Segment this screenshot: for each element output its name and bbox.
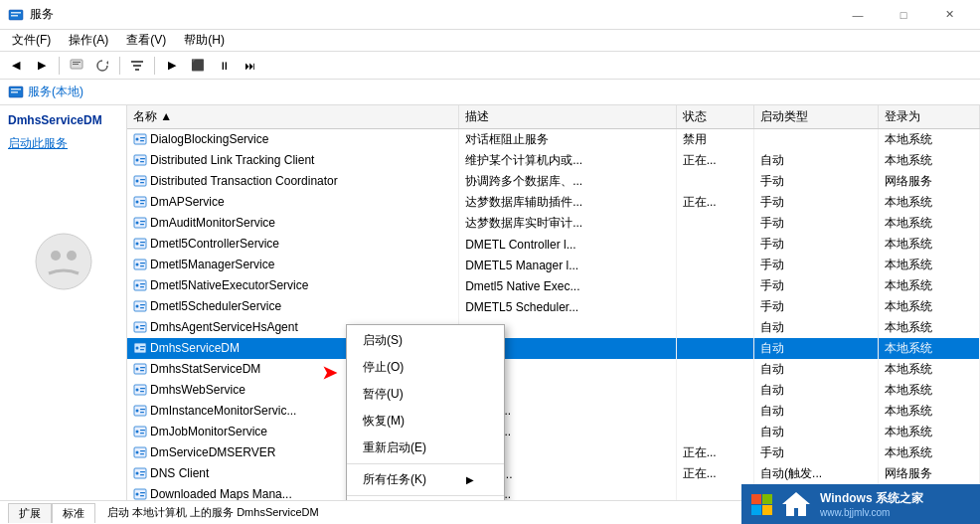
toolbar: ◀ ▶ ▶ ⬛ ⏸ ⏭: [0, 52, 980, 80]
context-menu-item[interactable]: 启动(S): [347, 327, 504, 354]
cell-startup: 手动: [754, 296, 879, 317]
cell-logon: 本地系统: [879, 275, 980, 296]
svg-rect-31: [140, 203, 144, 204]
table-row[interactable]: Dmetl5ControllerServiceDMETL Controller …: [127, 234, 980, 255]
cell-startup: 手动: [754, 255, 879, 275]
toolbar-sep-1: [59, 57, 60, 75]
minimize-button[interactable]: —: [835, 0, 881, 30]
table-row[interactable]: Dmetl5ManagerServiceDMETL5 Manager l...手…: [127, 255, 980, 275]
cell-name: DialogBlockingService: [127, 129, 459, 151]
svg-point-57: [136, 346, 139, 349]
svg-rect-43: [140, 265, 144, 266]
table-row[interactable]: DmhsServiceDM自动本地系统: [127, 338, 980, 359]
cell-status: [676, 422, 753, 442]
table-row[interactable]: DmhsAgentServiceHsAgent自动本地系统: [127, 317, 980, 338]
svg-rect-23: [140, 161, 144, 162]
col-desc[interactable]: 描述: [459, 105, 677, 129]
cell-logon: 网络服务: [879, 171, 980, 192]
cell-status: [676, 213, 753, 234]
cell-startup: 手动: [754, 171, 879, 192]
cell-status: [676, 255, 753, 275]
svg-point-15: [67, 251, 77, 261]
context-menu-item[interactable]: 暂停(U): [347, 381, 504, 408]
svg-rect-55: [140, 328, 144, 329]
up-button[interactable]: [65, 55, 88, 77]
table-row[interactable]: DNS ClientTps(dn...正在...自动(触发...网络服务: [127, 463, 980, 484]
svg-point-77: [136, 450, 139, 453]
cell-desc: Dmetl5 Native Exec...: [459, 275, 677, 296]
context-menu-item[interactable]: 所有任务(K)▶: [347, 466, 504, 493]
decorative-icon: [34, 232, 93, 291]
svg-marker-6: [106, 61, 108, 65]
stop-button[interactable]: ⬛: [186, 55, 210, 77]
cell-startup: 手动: [754, 192, 879, 213]
menu-bar: 文件(F) 操作(A) 查看(V) 帮助(H): [0, 30, 980, 52]
tab-extended[interactable]: 扩展: [8, 503, 52, 523]
svg-rect-70: [140, 409, 145, 410]
cell-status: 禁用: [676, 129, 753, 151]
context-menu-separator: [347, 463, 504, 464]
context-menu-item[interactable]: 停止(O): [347, 354, 504, 381]
cell-desc: 达梦数据库辅助插件...: [459, 192, 677, 213]
svg-rect-62: [140, 367, 145, 368]
svg-rect-7: [131, 61, 143, 63]
cell-status: 正在...: [676, 463, 753, 484]
back-button[interactable]: ◀: [4, 55, 28, 77]
table-row[interactable]: DmInstanceMonitorServic...刻监控...自动本地系统: [127, 401, 980, 422]
cell-startup: 手动: [754, 275, 879, 296]
svg-rect-42: [140, 262, 145, 263]
context-menu-item[interactable]: 刷新(F): [347, 498, 504, 500]
svg-rect-67: [140, 391, 144, 392]
table-row[interactable]: DmhsStatServiceDM自动本地系统: [127, 359, 980, 380]
col-startup[interactable]: 启动类型: [754, 105, 879, 129]
svg-point-85: [136, 492, 139, 495]
context-menu-item[interactable]: 重新启动(E): [347, 435, 504, 461]
table-row[interactable]: DmJobMonitorService业服务...自动本地系统: [127, 422, 980, 442]
table-row[interactable]: Dmetl5SchedulerServiceDMETL5 Scheduler..…: [127, 296, 980, 317]
table-row[interactable]: DmAPService达梦数据库辅助插件...正在...手动本地系统: [127, 192, 980, 213]
brand-name: Windows 系统之家: [820, 490, 923, 507]
col-name[interactable]: 名称 ▲: [127, 105, 459, 129]
cell-logon: 本地系统: [879, 129, 980, 151]
table-row[interactable]: Distributed Transaction Coordinator协调跨多个…: [127, 171, 980, 192]
cell-desc: 达梦数据库实时审计...: [459, 213, 677, 234]
cell-logon: 本地系统: [879, 442, 980, 463]
cell-logon: 本地系统: [879, 401, 980, 422]
context-menu: 启动(S)停止(O)暂停(U)恢复(M)重新启动(E)所有任务(K)▶刷新(F)…: [346, 324, 505, 500]
resume-button[interactable]: ⏭: [238, 55, 261, 77]
col-status[interactable]: 状态: [676, 105, 753, 129]
table-row[interactable]: DmhsWebServiceserver自动本地系统: [127, 380, 980, 401]
context-menu-item[interactable]: 恢复(M): [347, 408, 504, 435]
table-row[interactable]: DmServiceDMSERVER正在...正在...手动本地系统: [127, 442, 980, 463]
cell-startup: 自动: [754, 422, 879, 442]
menu-view[interactable]: 查看(V): [118, 30, 174, 51]
forward-button[interactable]: ▶: [30, 55, 54, 77]
menu-action[interactable]: 操作(A): [61, 30, 116, 51]
cell-startup: 自动: [754, 317, 879, 338]
svg-point-17: [136, 137, 139, 140]
export-button[interactable]: ▶: [160, 55, 184, 77]
table-row[interactable]: DialogBlockingService对话框阻止服务禁用本地系统: [127, 129, 980, 151]
table-row[interactable]: Distributed Link Tracking Client维护某个计算机内…: [127, 150, 980, 171]
close-button[interactable]: ✕: [926, 0, 972, 30]
table-scroll[interactable]: 名称 ▲ 描述 状态 启动类型 登录为 DialogBlockingServic…: [127, 105, 980, 500]
refresh-button[interactable]: [90, 55, 114, 77]
menu-file[interactable]: 文件(F): [4, 30, 59, 51]
cell-startup: 自动: [754, 150, 879, 171]
table-row[interactable]: Dmetl5NativeExecutorServiceDmetl5 Native…: [127, 275, 980, 296]
menu-help[interactable]: 帮助(H): [176, 30, 233, 51]
col-logon[interactable]: 登录为: [879, 105, 980, 129]
filter-button[interactable]: [125, 55, 149, 77]
svg-rect-12: [11, 91, 18, 93]
svg-rect-83: [140, 474, 144, 475]
start-service-link[interactable]: 启动此服务: [8, 135, 118, 152]
svg-point-69: [136, 409, 139, 412]
tab-standard[interactable]: 标准: [52, 503, 95, 523]
breadcrumb-local[interactable]: 服务(本地): [28, 84, 83, 100]
svg-point-21: [136, 158, 139, 161]
table-row[interactable]: DmAuditMonitorService达梦数据库实时审计...手动本地系统: [127, 213, 980, 234]
pause-button[interactable]: ⏸: [212, 55, 236, 77]
maximize-button[interactable]: □: [881, 0, 926, 30]
svg-rect-35: [140, 224, 144, 225]
context-menu-label: 停止(O): [363, 359, 404, 376]
